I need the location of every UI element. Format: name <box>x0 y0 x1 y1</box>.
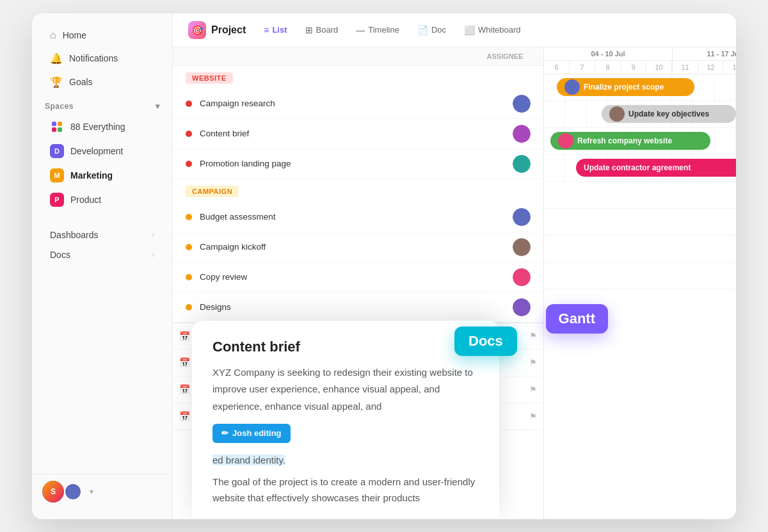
avatar: S <box>42 481 64 503</box>
list-icon: ≡ <box>264 25 269 35</box>
svg-rect-0 <box>52 122 56 126</box>
grid-icon <box>50 120 64 134</box>
table-row[interactable]: Campaign kickoff <box>173 232 543 262</box>
gantt-row <box>544 262 736 289</box>
whiteboard-icon: ⬜ <box>464 25 475 35</box>
avatar <box>513 268 531 286</box>
avatar <box>609 106 625 122</box>
doc-icon: 📄 <box>417 25 428 35</box>
tab-whiteboard[interactable]: ⬜ Whiteboard <box>456 21 528 39</box>
docs-title: Content brief <box>212 339 479 355</box>
avatar <box>513 208 531 226</box>
content-area: ASSIGNEE WEBSITE Campaign research <box>173 47 736 519</box>
goals-icon: 🏆 <box>50 76 63 88</box>
docs-body: XYZ Company is seeking to redesign their… <box>212 364 479 506</box>
sidebar-item-docs[interactable]: Docs › <box>37 245 167 264</box>
flag-icon: ⚑ <box>529 331 537 341</box>
pencil-icon: ✏ <box>221 426 228 440</box>
avatar <box>513 95 531 113</box>
status-dot <box>186 161 192 167</box>
product-badge: P <box>50 193 64 207</box>
sidebar-item-product[interactable]: P Product <box>37 188 167 211</box>
chevron-down-icon[interactable]: ▾ <box>90 487 93 496</box>
table-row[interactable]: Campaign research <box>173 89 543 119</box>
sidebar-item-goals[interactable]: 🏆 Goals <box>37 71 167 93</box>
svg-rect-1 <box>58 122 62 126</box>
gantt-body: Finalize project scope <box>544 74 736 515</box>
status-dot <box>186 131 192 137</box>
gantt-bar-finalize[interactable]: Finalize project scope <box>557 78 694 96</box>
gantt-row: Finalize project scope <box>544 74 736 101</box>
status-dot <box>186 304 192 310</box>
table-row[interactable]: Copy review <box>173 262 543 293</box>
gantt-row: Update contractor agreement <box>544 155 736 182</box>
calendar-icon: 📅 <box>179 331 190 341</box>
second-avatar <box>64 483 82 501</box>
tab-doc[interactable]: 📄 Doc <box>410 21 454 39</box>
top-header: 🎯 Project ≡ List ⊞ Board — Timeline 📄 Do… <box>173 13 736 47</box>
status-dot <box>186 274 192 280</box>
gantt-row: Update key objectives <box>544 101 736 128</box>
gantt-panel: 04 - 10 Jul 6 7 8 9 10 11 - 17 Jul 11 <box>544 47 736 519</box>
status-dot <box>186 244 192 250</box>
project-icon: 🎯 <box>188 21 206 39</box>
chevron-down-icon[interactable]: ▾ <box>156 102 160 111</box>
sidebar-item-development[interactable]: D Development <box>37 140 167 163</box>
sidebar-item-marketing[interactable]: M Marketing <box>37 164 167 187</box>
sidebar-item-home[interactable]: ⌂ Home <box>37 24 167 46</box>
website-badge: WEBSITE <box>186 72 233 84</box>
board-icon: ⊞ <box>305 25 313 35</box>
calendar-icon: 📅 <box>179 357 190 367</box>
josh-editing-bar: ✏ Josh editing <box>212 424 291 443</box>
spaces-header: Spaces ▾ <box>32 94 172 115</box>
avatar <box>558 133 573 149</box>
status-dot <box>186 101 192 107</box>
gantt-bar-contractor[interactable]: Update contractor agreement <box>576 159 736 177</box>
main-content: 🎯 Project ≡ List ⊞ Board — Timeline 📄 Do… <box>173 13 736 519</box>
chevron-right-icon: › <box>152 250 154 259</box>
sidebar-item-notifications[interactable]: 🔔 Notifications <box>37 47 167 70</box>
tab-timeline[interactable]: — Timeline <box>348 21 407 39</box>
sidebar-bottom: Dashboards › Docs › <box>32 220 172 270</box>
svg-rect-3 <box>58 127 62 132</box>
gantt-row <box>544 209 736 236</box>
list-table-header: ASSIGNEE <box>173 47 543 66</box>
avatar <box>513 238 531 256</box>
campaign-badge: CAMPAIGN <box>186 186 239 197</box>
section-campaign: CAMPAIGN Budget assessment Campaign kick… <box>173 179 543 323</box>
table-row[interactable]: Content brief <box>173 119 543 149</box>
table-row[interactable]: Budget assessment <box>173 202 543 232</box>
svg-rect-2 <box>52 127 56 132</box>
gantt-row: Refresh company website <box>544 128 736 155</box>
calendar-icon: 📅 <box>179 384 190 394</box>
flag-icon: ⚑ <box>529 385 537 394</box>
tab-list[interactable]: ≡ List <box>256 21 294 39</box>
avatar <box>513 155 531 173</box>
chevron-right-icon: › <box>152 230 154 239</box>
week-block-2: 11 - 17 Jul 11 12 13 14 <box>673 47 736 74</box>
project-title: Project <box>211 24 246 36</box>
flag-icon: ⚑ <box>529 412 537 421</box>
sidebar-item-everything[interactable]: 88 Everything <box>37 115 167 138</box>
gantt-bar-refresh[interactable]: Refresh company website <box>550 132 710 150</box>
section-website: WEBSITE Campaign research Content brief <box>173 66 543 179</box>
tab-board[interactable]: ⊞ Board <box>298 21 346 39</box>
gantt-bar-update[interactable]: Update key objectives <box>602 105 736 123</box>
docs-popup: Content brief XYZ Company is seeking to … <box>192 321 499 519</box>
avatar <box>513 298 531 316</box>
user-avatar-bar[interactable]: S ▾ <box>32 474 172 509</box>
table-row[interactable]: Promotion landing page <box>173 149 543 179</box>
status-dot <box>186 214 192 220</box>
marketing-badge: M <box>50 168 64 182</box>
table-row[interactable]: Designs <box>173 293 543 323</box>
gantt-floating-label: Gantt <box>546 304 608 334</box>
home-icon: ⌂ <box>50 29 56 41</box>
avatar <box>513 125 531 143</box>
timeline-icon: — <box>356 25 365 35</box>
development-badge: D <box>50 144 64 158</box>
flag-icon: ⚑ <box>529 358 537 367</box>
sidebar-item-dashboards[interactable]: Dashboards › <box>37 225 167 245</box>
docs-floating-label: Docs <box>454 326 517 356</box>
gantt-header: 04 - 10 Jul 6 7 8 9 10 11 - 17 Jul 11 <box>544 47 736 74</box>
avatar <box>564 79 580 95</box>
